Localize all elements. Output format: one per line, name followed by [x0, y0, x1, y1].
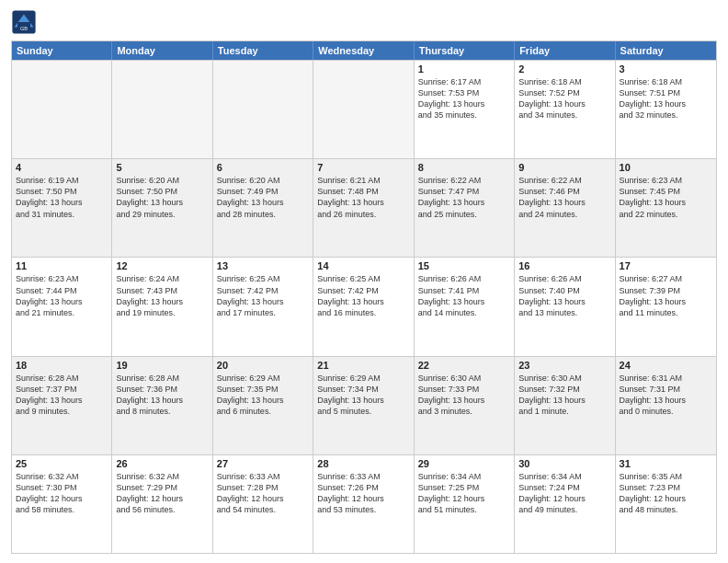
svg-text:GB: GB — [20, 26, 28, 31]
day-cell-4: 4Sunrise: 6:19 AMSunset: 7:50 PMDaylight… — [12, 159, 112, 257]
day-number: 19 — [116, 360, 208, 371]
weekday-header-friday: Friday — [515, 41, 615, 60]
day-number: 29 — [418, 458, 510, 469]
day-info: Sunrise: 6:29 AMSunset: 7:35 PMDaylight:… — [217, 373, 309, 418]
day-cell-30: 30Sunrise: 6:34 AMSunset: 7:24 PMDayligh… — [515, 455, 615, 553]
day-cell-10: 10Sunrise: 6:23 AMSunset: 7:45 PMDayligh… — [616, 159, 716, 257]
day-info: Sunrise: 6:22 AMSunset: 7:46 PMDaylight:… — [518, 175, 610, 220]
day-number: 28 — [317, 458, 409, 469]
day-cell-15: 15Sunrise: 6:26 AMSunset: 7:41 PMDayligh… — [415, 258, 515, 355]
week-row-4: 18Sunrise: 6:28 AMSunset: 7:37 PMDayligh… — [12, 356, 716, 454]
day-cell-21: 21Sunrise: 6:29 AMSunset: 7:34 PMDayligh… — [313, 357, 414, 454]
page-container: GB SundayMondayTuesdayWednesdayThursdayF… — [0, 0, 728, 563]
day-number: 31 — [620, 458, 712, 469]
day-number: 5 — [116, 162, 208, 173]
day-number: 24 — [620, 360, 712, 371]
day-number: 25 — [16, 458, 108, 469]
weekday-header-monday: Monday — [112, 41, 212, 60]
day-info: Sunrise: 6:31 AMSunset: 7:31 PMDaylight:… — [620, 373, 712, 418]
day-cell-28: 28Sunrise: 6:33 AMSunset: 7:26 PMDayligh… — [313, 455, 414, 553]
day-info: Sunrise: 6:26 AMSunset: 7:40 PMDaylight:… — [518, 273, 610, 318]
day-number: 17 — [620, 260, 712, 271]
day-number: 4 — [16, 162, 108, 173]
day-number: 16 — [518, 260, 610, 271]
day-cell-3: 3Sunrise: 6:18 AMSunset: 7:51 PMDaylight… — [616, 61, 716, 158]
calendar: SundayMondayTuesdayWednesdayThursdayFrid… — [11, 40, 717, 554]
day-info: Sunrise: 6:29 AMSunset: 7:34 PMDaylight:… — [317, 373, 409, 418]
day-number: 21 — [317, 360, 409, 371]
day-number: 1 — [418, 63, 510, 75]
day-cell-22: 22Sunrise: 6:30 AMSunset: 7:33 PMDayligh… — [415, 357, 515, 454]
day-number: 14 — [317, 260, 409, 271]
day-number: 23 — [518, 360, 610, 371]
day-number: 27 — [217, 458, 309, 469]
day-cell-14: 14Sunrise: 6:25 AMSunset: 7:42 PMDayligh… — [313, 258, 414, 355]
day-info: Sunrise: 6:32 AMSunset: 7:30 PMDaylight:… — [16, 471, 108, 516]
day-info: Sunrise: 6:32 AMSunset: 7:29 PMDaylight:… — [116, 471, 208, 516]
day-cell-23: 23Sunrise: 6:30 AMSunset: 7:32 PMDayligh… — [515, 357, 615, 454]
day-info: Sunrise: 6:17 AMSunset: 7:53 PMDaylight:… — [418, 76, 510, 121]
weekday-header-wednesday: Wednesday — [313, 41, 414, 60]
day-number: 20 — [217, 360, 309, 371]
day-number: 3 — [620, 63, 712, 75]
weekday-header-thursday: Thursday — [415, 41, 515, 60]
day-number: 26 — [116, 458, 208, 469]
logo-icon: GB — [11, 9, 37, 35]
day-cell-18: 18Sunrise: 6:28 AMSunset: 7:37 PMDayligh… — [12, 357, 112, 454]
day-cell-13: 13Sunrise: 6:25 AMSunset: 7:42 PMDayligh… — [213, 258, 313, 355]
day-cell-1: 1Sunrise: 6:17 AMSunset: 7:53 PMDaylight… — [415, 61, 515, 158]
day-info: Sunrise: 6:23 AMSunset: 7:44 PMDaylight:… — [16, 273, 108, 318]
day-cell-25: 25Sunrise: 6:32 AMSunset: 7:30 PMDayligh… — [12, 455, 112, 553]
day-cell-19: 19Sunrise: 6:28 AMSunset: 7:36 PMDayligh… — [112, 357, 212, 454]
week-row-5: 25Sunrise: 6:32 AMSunset: 7:30 PMDayligh… — [12, 454, 716, 553]
day-info: Sunrise: 6:26 AMSunset: 7:41 PMDaylight:… — [418, 273, 510, 318]
calendar-header: SundayMondayTuesdayWednesdayThursdayFrid… — [12, 41, 716, 60]
day-info: Sunrise: 6:18 AMSunset: 7:51 PMDaylight:… — [620, 76, 712, 121]
day-number: 7 — [317, 162, 409, 173]
day-cell-9: 9Sunrise: 6:22 AMSunset: 7:46 PMDaylight… — [515, 159, 615, 257]
weekday-header-sunday: Sunday — [12, 41, 112, 60]
weekday-header-tuesday: Tuesday — [213, 41, 313, 60]
day-info: Sunrise: 6:25 AMSunset: 7:42 PMDaylight:… — [317, 273, 409, 318]
day-info: Sunrise: 6:20 AMSunset: 7:50 PMDaylight:… — [116, 175, 208, 220]
day-cell-8: 8Sunrise: 6:22 AMSunset: 7:47 PMDaylight… — [415, 159, 515, 257]
day-number: 8 — [418, 162, 510, 173]
week-row-1: 1Sunrise: 6:17 AMSunset: 7:53 PMDaylight… — [12, 60, 716, 158]
day-cell-11: 11Sunrise: 6:23 AMSunset: 7:44 PMDayligh… — [12, 258, 112, 355]
day-cell-24: 24Sunrise: 6:31 AMSunset: 7:31 PMDayligh… — [616, 357, 716, 454]
week-row-2: 4Sunrise: 6:19 AMSunset: 7:50 PMDaylight… — [12, 158, 716, 257]
day-info: Sunrise: 6:19 AMSunset: 7:50 PMDaylight:… — [16, 175, 108, 220]
day-info: Sunrise: 6:30 AMSunset: 7:32 PMDaylight:… — [518, 373, 610, 418]
day-cell-20: 20Sunrise: 6:29 AMSunset: 7:35 PMDayligh… — [213, 357, 313, 454]
day-info: Sunrise: 6:28 AMSunset: 7:36 PMDaylight:… — [116, 373, 208, 418]
day-number: 2 — [518, 63, 610, 75]
day-info: Sunrise: 6:35 AMSunset: 7:23 PMDaylight:… — [620, 471, 712, 516]
day-cell-12: 12Sunrise: 6:24 AMSunset: 7:43 PMDayligh… — [112, 258, 212, 355]
day-info: Sunrise: 6:33 AMSunset: 7:28 PMDaylight:… — [217, 471, 309, 516]
day-cell-6: 6Sunrise: 6:20 AMSunset: 7:49 PMDaylight… — [213, 159, 313, 257]
day-info: Sunrise: 6:20 AMSunset: 7:49 PMDaylight:… — [217, 175, 309, 220]
page-header: GB — [11, 9, 717, 35]
calendar-body: 1Sunrise: 6:17 AMSunset: 7:53 PMDaylight… — [12, 60, 716, 553]
day-info: Sunrise: 6:22 AMSunset: 7:47 PMDaylight:… — [418, 175, 510, 220]
day-info: Sunrise: 6:18 AMSunset: 7:52 PMDaylight:… — [518, 76, 610, 121]
day-cell-27: 27Sunrise: 6:33 AMSunset: 7:28 PMDayligh… — [213, 455, 313, 553]
day-cell-17: 17Sunrise: 6:27 AMSunset: 7:39 PMDayligh… — [616, 258, 716, 355]
day-cell-16: 16Sunrise: 6:26 AMSunset: 7:40 PMDayligh… — [515, 258, 615, 355]
day-number: 18 — [16, 360, 108, 371]
empty-cell — [213, 61, 313, 158]
logo: GB — [11, 9, 40, 35]
day-number: 15 — [418, 260, 510, 271]
day-cell-26: 26Sunrise: 6:32 AMSunset: 7:29 PMDayligh… — [112, 455, 212, 553]
day-number: 12 — [116, 260, 208, 271]
day-info: Sunrise: 6:34 AMSunset: 7:24 PMDaylight:… — [518, 471, 610, 516]
day-cell-7: 7Sunrise: 6:21 AMSunset: 7:48 PMDaylight… — [313, 159, 414, 257]
empty-cell — [112, 61, 212, 158]
day-info: Sunrise: 6:30 AMSunset: 7:33 PMDaylight:… — [418, 373, 510, 418]
day-cell-31: 31Sunrise: 6:35 AMSunset: 7:23 PMDayligh… — [616, 455, 716, 553]
day-info: Sunrise: 6:28 AMSunset: 7:37 PMDaylight:… — [16, 373, 108, 418]
day-number: 30 — [518, 458, 610, 469]
day-info: Sunrise: 6:24 AMSunset: 7:43 PMDaylight:… — [116, 273, 208, 318]
weekday-header-saturday: Saturday — [616, 41, 716, 60]
day-info: Sunrise: 6:34 AMSunset: 7:25 PMDaylight:… — [418, 471, 510, 516]
